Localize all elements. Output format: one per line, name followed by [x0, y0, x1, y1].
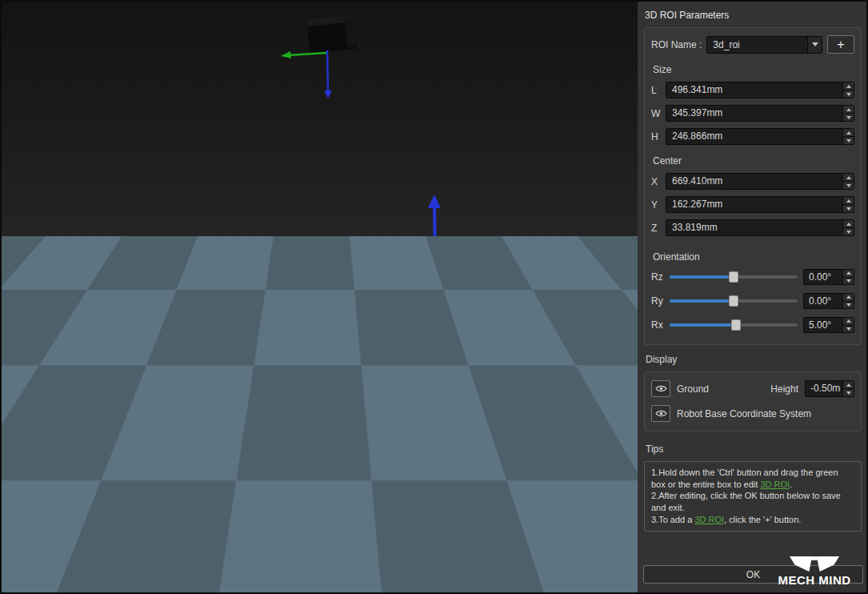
robot-base-display-label: Robot Base Coordinate System — [677, 408, 811, 419]
dropdown-arrow-icon[interactable] — [807, 37, 822, 53]
orientation-row-ry: Ry 0.00° — [651, 293, 854, 309]
robot-base-visibility-button[interactable] — [651, 405, 670, 422]
tip-1-period: . — [790, 480, 792, 489]
center-z-value: 33.819mm — [672, 220, 718, 235]
center-z-label: Z — [651, 223, 660, 234]
size-l-input[interactable]: 496.341mm — [666, 82, 854, 98]
spin-up-icon[interactable] — [843, 220, 854, 228]
ry-value-input[interactable]: 0.00° — [803, 293, 854, 309]
rz-value-input[interactable]: 0.00° — [803, 269, 854, 285]
height-label: Height — [770, 383, 798, 395]
spin-up-icon[interactable] — [843, 174, 854, 182]
tip-3-roi-link[interactable]: 3D ROI — [694, 515, 724, 524]
mini-axis-x-label: X — [6, 555, 13, 567]
tip-3-text: 3.To add a — [651, 515, 694, 524]
ground-label: Ground — [677, 383, 709, 395]
spin-down-icon[interactable] — [843, 278, 854, 285]
mini-axis-z-label: Z — [36, 512, 42, 524]
mini-axis-y-label: Y — [50, 548, 58, 560]
size-h-spinner — [842, 129, 854, 144]
panel-title: 3D ROI Parameters — [645, 10, 862, 21]
display-group: Ground Height -0.50m Robot Base Coordina… — [644, 371, 862, 431]
camera-x-axis-arrow — [281, 51, 326, 58]
center-x-label: X — [651, 176, 660, 187]
spin-down-icon[interactable] — [843, 90, 854, 98]
camera-z-axis-arrow — [324, 50, 332, 98]
size-h-value: 246.866mm — [672, 129, 722, 144]
orientation-heading: Orientation — [653, 251, 854, 263]
height-spinner — [842, 381, 854, 396]
spin-down-icon[interactable] — [843, 182, 854, 189]
slider-handle[interactable] — [729, 271, 738, 283]
3d-viewport[interactable]: Robot Base Coordinate System Z X Y — [2, 2, 638, 592]
spin-up-icon[interactable] — [843, 129, 854, 137]
rx-value-input[interactable]: 5.00° — [803, 317, 854, 333]
center-z-spinner — [842, 220, 854, 235]
rx-value: 5.00° — [809, 318, 831, 332]
mech-mind-glasses-icon — [789, 556, 840, 572]
roi-name-dropdown[interactable]: 3d_roi — [706, 36, 822, 54]
center-heading: Center — [653, 155, 854, 167]
tips-box: 1.Hold down the 'Ctrl' button and drag t… — [644, 461, 862, 532]
roi-name-label: ROI Name : — [651, 39, 702, 50]
tip-2: 2.After editing, click the OK button bel… — [651, 490, 854, 513]
spin-down-icon[interactable] — [843, 302, 854, 309]
spin-up-icon[interactable] — [843, 82, 854, 90]
roi-name-value: 3d_roi — [707, 39, 807, 50]
slider-handle[interactable] — [731, 319, 741, 331]
spin-up-icon[interactable] — [843, 318, 854, 326]
size-row-l: L 496.341mm — [651, 82, 854, 98]
display-heading: Display — [646, 354, 862, 365]
rx-slider[interactable] — [670, 319, 798, 331]
tip-1-text: 1.Hold down the 'Ctrl' button and drag t… — [651, 468, 838, 489]
rz-spinner — [842, 270, 854, 284]
center-x-input[interactable]: 669.410mm — [666, 173, 854, 190]
ry-slider[interactable] — [670, 295, 798, 307]
ground-visibility-button[interactable] — [651, 380, 670, 397]
ground-height-value: -0.50m — [810, 381, 840, 396]
spin-down-icon[interactable] — [843, 389, 854, 396]
spin-up-icon[interactable] — [843, 197, 854, 205]
slider-handle[interactable] — [729, 295, 738, 307]
rz-slider[interactable] — [670, 271, 798, 283]
center-y-spinner — [842, 197, 854, 212]
eye-icon — [655, 410, 667, 417]
rx-spinner — [842, 318, 854, 332]
tip-1: 1.Hold down the 'Ctrl' button and drag t… — [651, 467, 854, 490]
size-heading: Size — [653, 64, 854, 75]
spin-down-icon[interactable] — [843, 228, 854, 235]
ry-spinner — [842, 294, 854, 308]
orientation-row-rz: Rz 0.00° — [651, 269, 854, 285]
tip-1-roi-link[interactable]: 3D ROI — [760, 480, 790, 489]
ground-display-row: Ground Height -0.50m — [651, 379, 854, 399]
orientation-row-rx: Rx 5.00° — [651, 317, 854, 333]
spin-up-icon[interactable] — [843, 106, 854, 114]
spin-up-icon[interactable] — [843, 294, 854, 302]
spin-down-icon[interactable] — [843, 114, 854, 121]
spin-down-icon[interactable] — [843, 326, 854, 333]
ground-height-input[interactable]: -0.50m — [805, 380, 854, 397]
camera-model[interactable] — [306, 14, 357, 54]
roi-box[interactable] — [247, 285, 390, 367]
add-roi-button[interactable]: + — [827, 35, 854, 54]
center-row-y: Y 162.267mm — [651, 196, 854, 213]
size-row-w: W 345.397mm — [651, 105, 854, 122]
rx-label: Rx — [651, 319, 664, 331]
spin-down-icon[interactable] — [843, 137, 854, 144]
robot-base-display-row: Robot Base Coordinate System — [651, 403, 854, 423]
size-w-label: W — [651, 108, 660, 119]
center-y-input[interactable]: 162.267mm — [666, 196, 854, 213]
slider-fill — [670, 323, 731, 327]
center-x-value: 669.410mm — [672, 174, 722, 189]
size-h-input[interactable]: 246.866mm — [666, 128, 854, 145]
spin-up-icon[interactable] — [843, 381, 854, 389]
slider-fill — [670, 299, 729, 303]
eye-icon — [655, 385, 667, 392]
center-z-input[interactable]: 33.819mm — [666, 219, 854, 236]
robot-base-axes — [374, 195, 487, 335]
spin-up-icon[interactable] — [843, 270, 854, 278]
size-w-input[interactable]: 345.397mm — [666, 105, 854, 122]
spin-down-icon[interactable] — [843, 205, 854, 212]
roi-parameters-panel: 3D ROI Parameters ROI Name : 3d_roi + Si… — [638, 2, 866, 592]
size-row-h: H 246.866mm — [651, 128, 854, 145]
